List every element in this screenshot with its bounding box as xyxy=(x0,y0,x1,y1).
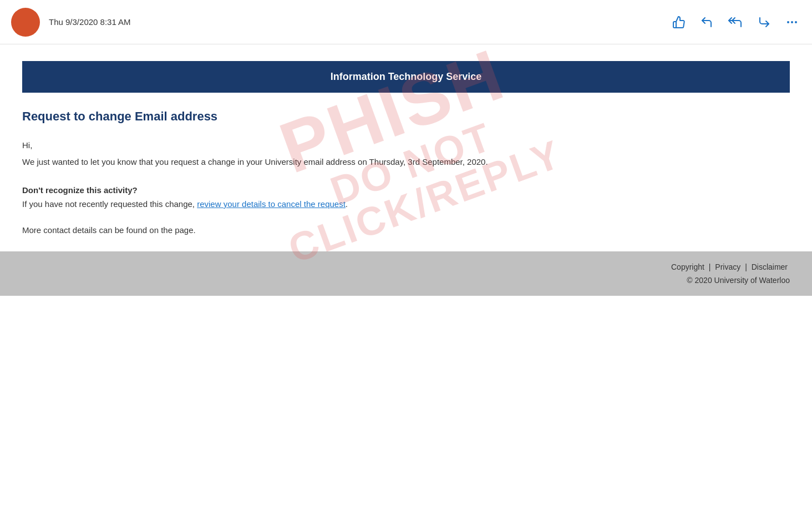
email-header-banner: Information Technology Service xyxy=(22,61,790,93)
top-bar-actions xyxy=(670,13,801,31)
email-footer: Copyright | Privacy | Disclaimer © 2020 … xyxy=(0,251,812,296)
privacy-link[interactable]: Privacy xyxy=(715,262,740,271)
more-button[interactable] xyxy=(783,13,801,31)
banner-title: Information Technology Service xyxy=(44,71,768,83)
forward-button[interactable] xyxy=(755,13,773,31)
email-wrapper: Information Technology Service PHISH DO … xyxy=(0,44,812,505)
copyright-link[interactable]: Copyright xyxy=(671,262,704,271)
top-bar-left: Thu 9/3/2020 8:31 AM xyxy=(11,8,131,37)
reply-button[interactable] xyxy=(698,13,715,31)
email-greeting: Hi, xyxy=(22,140,790,150)
disclaimer-link[interactable]: Disclaimer xyxy=(752,262,788,271)
reply-all-button[interactable] xyxy=(725,13,745,31)
email-contact: More contact details can be found on the… xyxy=(22,225,790,235)
svg-point-2 xyxy=(795,21,797,23)
cancel-suffix: . xyxy=(346,199,348,209)
svg-point-0 xyxy=(787,21,789,23)
cancel-link[interactable]: review your details to cancel the reques… xyxy=(197,199,346,209)
email-subject: Request to change Email address xyxy=(22,109,790,124)
email-subheading: Don't recognize this activity? xyxy=(22,185,790,195)
email-cancel-line: If you have not recently requested this … xyxy=(22,199,790,209)
top-bar: Thu 9/3/2020 8:31 AM xyxy=(0,0,812,44)
email-body-text: We just wanted to let you know that you … xyxy=(22,155,790,169)
footer-copyright: © 2020 University of Waterloo xyxy=(22,276,790,285)
email-body: PHISH DO NOT CLICK/REPLY Request to chan… xyxy=(0,93,812,235)
like-button[interactable] xyxy=(670,13,688,31)
footer-links: Copyright | Privacy | Disclaimer xyxy=(22,262,790,271)
svg-point-1 xyxy=(791,21,793,23)
avatar xyxy=(11,8,40,37)
timestamp: Thu 9/3/2020 8:31 AM xyxy=(49,17,131,27)
cancel-prefix: If you have not recently requested this … xyxy=(22,199,197,209)
